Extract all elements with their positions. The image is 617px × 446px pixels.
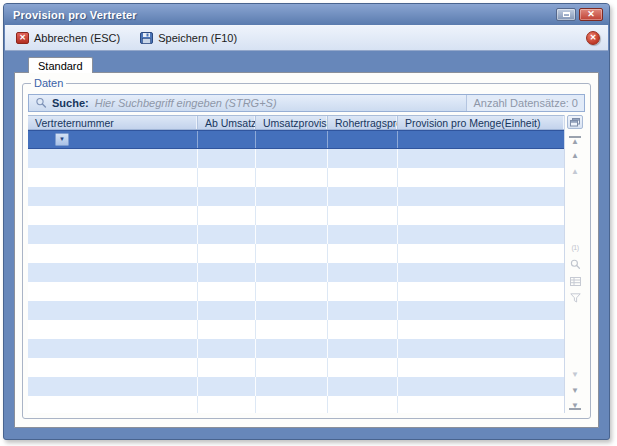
screen: Provision pro Vertreter ✕ ✕ Abbrechen (E… <box>0 0 617 446</box>
dialog-window: Provision pro Vertreter ✕ ✕ Abbrechen (E… <box>3 3 610 440</box>
column-header[interactable]: Provision pro Menge(Einheit) <box>398 116 564 129</box>
daten-groupbox-label: Daten <box>31 77 66 89</box>
table-row[interactable] <box>28 187 564 206</box>
table-cell <box>398 187 564 206</box>
search-input[interactable]: Hier Suchbegriff eingeben (STRG+S) <box>95 97 467 109</box>
filter-icon[interactable] <box>568 293 582 304</box>
daten-groupbox: Daten Suche: Hier Suchbegriff eingeben (… <box>22 83 591 419</box>
column-header[interactable]: Rohertragsprovision <box>328 116 398 129</box>
table-row[interactable] <box>28 377 564 396</box>
save-button[interactable]: Speichern (F10) <box>137 30 240 46</box>
table-row[interactable]: ▼ <box>28 130 564 149</box>
save-icon <box>140 32 153 44</box>
table-row[interactable] <box>28 358 564 377</box>
red-circle-x-icon: ✕ <box>590 34 597 42</box>
count-icon[interactable]: (1) <box>568 242 582 253</box>
data-grid: Vertreternummer Ab Umsatz % Umsatzprovis… <box>28 115 565 413</box>
column-chooser-button[interactable] <box>567 115 583 129</box>
table-cell <box>328 339 398 358</box>
table-cell <box>398 244 564 263</box>
table-cell <box>198 244 256 263</box>
table-cell <box>198 168 256 187</box>
table-cell <box>328 187 398 206</box>
search-bar[interactable]: Suche: Hier Suchbegriff eingeben (STRG+S… <box>28 94 585 112</box>
scroll-last-icon[interactable]: ▼ <box>569 402 581 410</box>
table-cell <box>398 358 564 377</box>
table-cell <box>28 149 198 168</box>
table-cell <box>328 149 398 168</box>
save-button-label: Speichern (F10) <box>158 32 237 44</box>
table-cell <box>198 263 256 282</box>
table-cell <box>398 282 564 301</box>
table-row[interactable] <box>28 244 564 263</box>
tab-standard[interactable]: Standard <box>28 57 93 73</box>
table-row[interactable] <box>28 301 564 320</box>
scroll-first-icon[interactable]: ▲ <box>569 136 581 144</box>
tab-strip: Standard <box>14 51 599 72</box>
table-cell <box>28 225 198 244</box>
table-cell <box>328 301 398 320</box>
table-cell <box>398 263 564 282</box>
page-down-icon[interactable]: ▼ <box>569 370 581 379</box>
table-cell <box>256 301 328 320</box>
table-cell <box>256 377 328 396</box>
table-cell <box>198 187 256 206</box>
table-row[interactable] <box>28 396 564 413</box>
table-cell <box>198 339 256 358</box>
table-cell <box>198 149 256 168</box>
table-cell <box>256 206 328 225</box>
table-cell <box>28 263 198 282</box>
table-cell <box>198 131 256 148</box>
table-row[interactable] <box>28 168 564 187</box>
window-close-button[interactable]: ✕ <box>579 8 603 21</box>
row-dropdown-button[interactable]: ▼ <box>55 133 69 146</box>
table-cell <box>198 358 256 377</box>
table-cell <box>28 377 198 396</box>
table-cell <box>256 131 328 148</box>
zoom-icon[interactable] <box>568 259 582 270</box>
table-cell <box>256 187 328 206</box>
cancel-icon: ✕ <box>16 32 29 44</box>
table-cell <box>398 168 564 187</box>
column-header[interactable]: Umsatzprovision <box>256 116 328 129</box>
column-header[interactable]: Vertreternummer <box>28 116 198 129</box>
table-cell <box>398 206 564 225</box>
form-close-button[interactable]: ✕ <box>586 31 600 45</box>
table-row[interactable] <box>28 225 564 244</box>
table-cell <box>198 377 256 396</box>
column-header[interactable]: Ab Umsatz % <box>198 116 256 129</box>
scroll-down-icon[interactable]: ▼ <box>569 386 581 395</box>
tab-content-panel: Daten Suche: Hier Suchbegriff eingeben (… <box>14 72 599 428</box>
table-cell <box>198 206 256 225</box>
table-row[interactable] <box>28 263 564 282</box>
table-cell <box>256 339 328 358</box>
window-body: Standard Daten Suche: Hier Su <box>4 51 609 439</box>
table-row[interactable] <box>28 206 564 225</box>
table-cell <box>256 149 328 168</box>
table-header: Vertreternummer Ab Umsatz % Umsatzprovis… <box>28 115 564 130</box>
table-cell <box>256 396 328 413</box>
table-cell <box>328 168 398 187</box>
table-cell <box>328 225 398 244</box>
scroll-up-icon[interactable]: ▲ <box>569 151 581 160</box>
table-row[interactable] <box>28 149 564 168</box>
titlebar[interactable]: Provision pro Vertreter ✕ <box>4 4 609 25</box>
table-cell <box>398 225 564 244</box>
table-cell <box>28 358 198 377</box>
table-cell <box>328 377 398 396</box>
table-row[interactable] <box>28 282 564 301</box>
table-cell <box>28 339 198 358</box>
page-up-icon[interactable]: ▲ <box>569 167 581 176</box>
table-row[interactable] <box>28 320 564 339</box>
cancel-button[interactable]: ✕ Abbrechen (ESC) <box>13 30 123 46</box>
table-cell <box>256 225 328 244</box>
search-icon <box>35 97 47 109</box>
table-cell <box>398 131 564 148</box>
table-cell <box>398 377 564 396</box>
table-cell <box>328 396 398 413</box>
table-row[interactable] <box>28 339 564 358</box>
grid-view-icon[interactable] <box>568 276 582 287</box>
table-cell <box>198 301 256 320</box>
cancel-button-label: Abbrechen (ESC) <box>34 32 120 44</box>
restore-button[interactable] <box>556 8 576 21</box>
